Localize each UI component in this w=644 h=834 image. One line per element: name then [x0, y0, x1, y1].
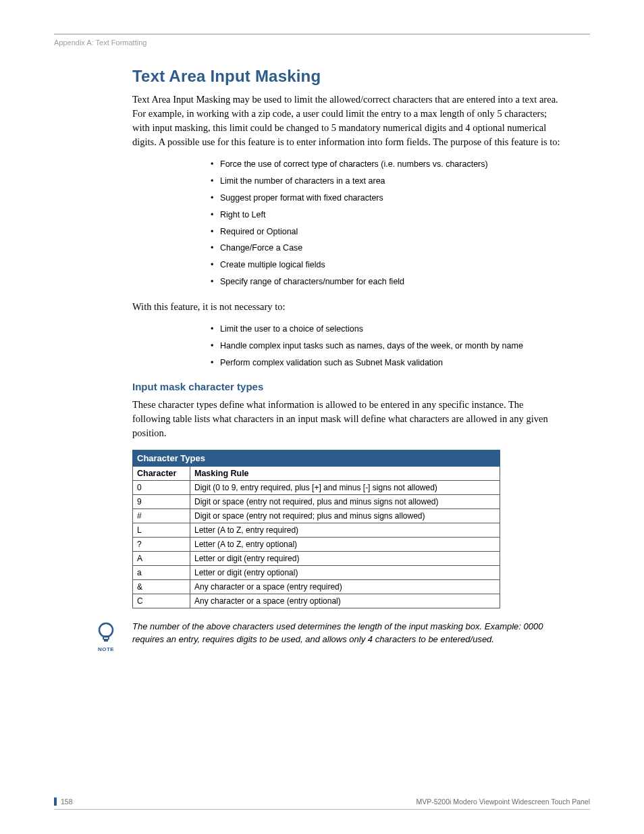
cell-character: C — [133, 594, 190, 608]
list-item: Limit the number of characters in a text… — [213, 176, 563, 187]
cell-rule: Any character or a space (entry required… — [190, 579, 500, 594]
list-item: Right to Left — [213, 209, 563, 221]
note-icon-wrap: NOTE — [92, 621, 120, 652]
subsection-paragraph: These character types define what inform… — [132, 398, 563, 440]
cell-rule: Letter or digit (entry required) — [190, 551, 500, 565]
note-label: NOTE — [92, 646, 120, 652]
cell-character: # — [133, 509, 190, 523]
list-item: Specify range of characters/number for e… — [213, 276, 563, 288]
list-item: Handle complex input tasks such as names… — [213, 340, 563, 352]
cell-character: ? — [133, 537, 190, 551]
table-row: 9Digit or space (entry not required, plu… — [133, 494, 500, 509]
table-row: aLetter or digit (entry optional) — [133, 565, 500, 579]
table-row: 0Digit (0 to 9, entry required, plus [+]… — [133, 480, 500, 494]
cell-character: 9 — [133, 494, 190, 509]
page-number-wrap: 158 — [54, 798, 73, 806]
table-title: Character Types — [133, 450, 500, 466]
cell-rule: Digit (0 to 9, entry required, plus [+] … — [190, 480, 500, 494]
cell-rule: Digit or space (entry not required; plus… — [190, 509, 500, 523]
intro-paragraph: Text Area Input Masking may be used to l… — [132, 93, 563, 149]
cell-character: L — [133, 523, 190, 537]
list-item: Create multiple logical fields — [213, 259, 563, 271]
not-necessary-list: Limit the user to a choice of selections… — [132, 323, 563, 369]
cell-character: & — [133, 579, 190, 594]
table-col-rule: Masking Rule — [190, 466, 500, 480]
purpose-list: Force the use of correct type of charact… — [132, 159, 563, 288]
footer-rule — [54, 809, 590, 810]
table-row: #Digit or space (entry not required; plu… — [133, 509, 500, 523]
lightbulb-icon — [95, 621, 117, 645]
cell-character: A — [133, 551, 190, 565]
table-col-character: Character — [133, 466, 190, 480]
cell-rule: Letter (A to Z, entry optional) — [190, 537, 500, 551]
cell-character: 0 — [133, 480, 190, 494]
table-row: &Any character or a space (entry require… — [133, 579, 500, 594]
cell-rule: Any character or a space (entry optional… — [190, 594, 500, 608]
bridge-paragraph: With this feature, it is not necessary t… — [132, 300, 563, 314]
list-item: Limit the user to a choice of selections — [213, 323, 563, 335]
character-types-table: Character Types Character Masking Rule 0… — [132, 450, 500, 608]
cell-rule: Digit or space (entry not required, plus… — [190, 494, 500, 509]
note-text: The number of the above characters used … — [132, 621, 563, 646]
page-footer: 158 MVP-5200i Modero Viewpoint Widescree… — [54, 798, 590, 806]
running-header: Appendix A: Text Formatting — [54, 38, 590, 47]
header-rule — [54, 34, 590, 34]
main-content: Text Area Input Masking Text Area Input … — [132, 67, 563, 652]
subsection-heading: Input mask character types — [132, 381, 563, 392]
cell-rule: Letter (A to Z, entry required) — [190, 523, 500, 537]
footer-tick-icon — [54, 798, 57, 806]
page-number: 158 — [61, 798, 73, 806]
cell-character: a — [133, 565, 190, 579]
cell-rule: Letter or digit (entry optional) — [190, 565, 500, 579]
list-item: Perform complex validation such as Subne… — [213, 357, 563, 369]
svg-point-0 — [99, 623, 113, 637]
section-heading: Text Area Input Masking — [132, 67, 563, 86]
table-row: LLetter (A to Z, entry required) — [133, 523, 500, 537]
list-item: Suggest proper format with fixed charact… — [213, 192, 563, 204]
table-row: ?Letter (A to Z, entry optional) — [133, 537, 500, 551]
document-page: Appendix A: Text Formatting Text Area In… — [0, 0, 644, 834]
table-row: CAny character or a space (entry optiona… — [133, 594, 500, 608]
footer-doc-title: MVP-5200i Modero Viewpoint Widescreen To… — [416, 798, 590, 806]
note-block: NOTE The number of the above characters … — [92, 621, 563, 652]
list-item: Force the use of correct type of charact… — [213, 159, 563, 170]
table-row: ALetter or digit (entry required) — [133, 551, 500, 565]
list-item: Required or Optional — [213, 226, 563, 238]
list-item: Change/Force a Case — [213, 242, 563, 254]
